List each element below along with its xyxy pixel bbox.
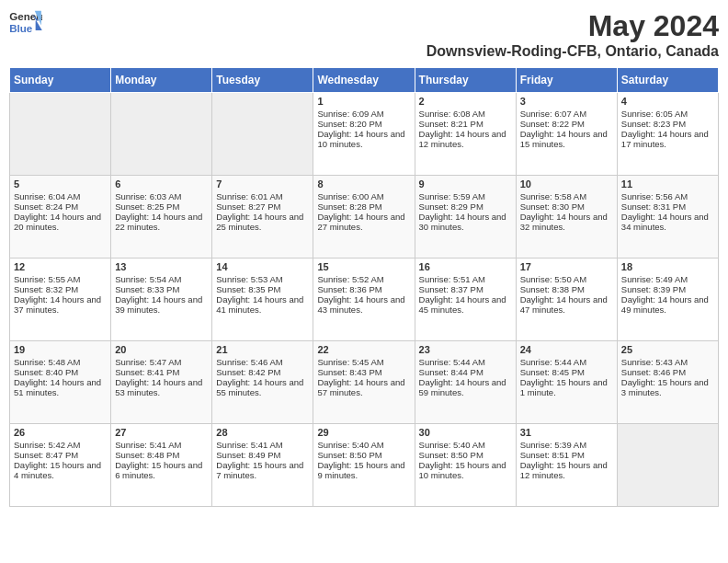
calendar-cell: 15Sunrise: 5:52 AMSunset: 8:36 PMDayligh… <box>313 259 415 341</box>
calendar-cell: 18Sunrise: 5:49 AMSunset: 8:39 PMDayligh… <box>617 259 718 341</box>
sunset-text: Sunset: 8:22 PM <box>520 119 585 129</box>
header-sunday: Sunday <box>10 68 111 93</box>
sunrise-text: Sunrise: 5:43 AM <box>621 357 688 367</box>
week-row-2: 5Sunrise: 6:04 AMSunset: 8:24 PMDaylight… <box>10 176 719 259</box>
day-number: 25 <box>621 344 714 355</box>
sunrise-text: Sunrise: 5:53 AM <box>216 274 282 284</box>
calendar-cell: 31Sunrise: 5:39 AMSunset: 8:51 PMDayligh… <box>516 424 617 507</box>
sunrise-text: Sunrise: 5:50 AM <box>520 274 586 284</box>
daylight-text: Daylight: 14 hours and 49 minutes. <box>621 294 709 315</box>
sunset-text: Sunset: 8:39 PM <box>621 284 686 294</box>
calendar-cell: 5Sunrise: 6:04 AMSunset: 8:24 PMDaylight… <box>10 176 111 259</box>
sunset-text: Sunset: 8:40 PM <box>14 367 78 377</box>
daylight-text: Daylight: 14 hours and 57 minutes. <box>317 377 404 397</box>
daylight-text: Daylight: 14 hours and 47 minutes. <box>520 294 608 315</box>
day-number: 2 <box>419 96 512 107</box>
daylight-text: Daylight: 14 hours and 34 minutes. <box>621 212 709 232</box>
day-number: 6 <box>115 178 208 190</box>
sunset-text: Sunset: 8:50 PM <box>419 450 483 460</box>
sunrise-text: Sunrise: 5:45 AM <box>317 357 383 367</box>
day-number: 20 <box>115 344 208 355</box>
sunset-text: Sunset: 8:23 PM <box>621 119 686 129</box>
sunset-text: Sunset: 8:51 PM <box>520 450 585 460</box>
calendar-cell: 20Sunrise: 5:47 AMSunset: 8:41 PMDayligh… <box>111 341 212 424</box>
day-number: 8 <box>317 178 410 190</box>
day-number: 5 <box>14 178 107 190</box>
day-number: 3 <box>520 96 613 107</box>
sunrise-text: Sunrise: 6:04 AM <box>14 191 80 201</box>
calendar-cell: 19Sunrise: 5:48 AMSunset: 8:40 PMDayligh… <box>10 341 111 424</box>
calendar-cell: 10Sunrise: 5:58 AMSunset: 8:30 PMDayligh… <box>516 176 617 259</box>
calendar-cell: 7Sunrise: 6:01 AMSunset: 8:27 PMDaylight… <box>212 176 313 259</box>
sunrise-text: Sunrise: 5:56 AM <box>621 191 688 201</box>
calendar-cell: 26Sunrise: 5:42 AMSunset: 8:47 PMDayligh… <box>10 424 111 507</box>
day-number: 24 <box>520 344 613 355</box>
calendar-cell <box>617 424 718 507</box>
calendar-cell: 30Sunrise: 5:40 AMSunset: 8:50 PMDayligh… <box>415 424 516 507</box>
sunrise-text: Sunrise: 6:00 AM <box>317 191 383 201</box>
sunrise-text: Sunrise: 5:55 AM <box>14 274 80 284</box>
calendar-cell <box>10 93 111 176</box>
page-header: General Blue May 2024 Downsview-Roding-C… <box>9 9 719 60</box>
calendar-cell: 9Sunrise: 5:59 AMSunset: 8:29 PMDaylight… <box>415 176 516 259</box>
calendar-cell: 14Sunrise: 5:53 AMSunset: 8:35 PMDayligh… <box>212 259 313 341</box>
sunset-text: Sunset: 8:43 PM <box>317 367 381 377</box>
day-number: 23 <box>419 344 512 355</box>
sunrise-text: Sunrise: 5:58 AM <box>520 191 586 201</box>
daylight-text: Daylight: 15 hours and 12 minutes. <box>520 460 608 480</box>
day-number: 1 <box>317 96 410 107</box>
sunset-text: Sunset: 8:27 PM <box>216 201 280 212</box>
sunset-text: Sunset: 8:20 PM <box>317 119 381 129</box>
header-monday: Monday <box>111 68 212 93</box>
sunset-text: Sunset: 8:47 PM <box>14 450 78 460</box>
day-number: 4 <box>621 96 714 107</box>
sunset-text: Sunset: 8:38 PM <box>520 284 585 294</box>
sunrise-text: Sunrise: 5:44 AM <box>520 357 586 367</box>
sunrise-text: Sunrise: 5:41 AM <box>115 440 181 450</box>
sunrise-text: Sunrise: 5:48 AM <box>14 357 80 367</box>
sunset-text: Sunset: 8:36 PM <box>317 284 381 294</box>
daylight-text: Daylight: 14 hours and 43 minutes. <box>317 294 404 315</box>
daylight-text: Daylight: 15 hours and 10 minutes. <box>419 460 506 480</box>
day-number: 10 <box>520 178 613 190</box>
calendar-cell: 6Sunrise: 6:03 AMSunset: 8:25 PMDaylight… <box>111 176 212 259</box>
header-wednesday: Wednesday <box>313 68 415 93</box>
sunset-text: Sunset: 8:29 PM <box>419 201 483 212</box>
calendar-cell: 28Sunrise: 5:41 AMSunset: 8:49 PMDayligh… <box>212 424 313 507</box>
daylight-text: Daylight: 14 hours and 55 minutes. <box>216 377 303 397</box>
daylight-text: Daylight: 15 hours and 1 minute. <box>520 377 608 397</box>
sunset-text: Sunset: 8:37 PM <box>419 284 483 294</box>
sunrise-text: Sunrise: 6:09 AM <box>317 109 383 119</box>
sunrise-text: Sunrise: 6:07 AM <box>520 109 586 119</box>
sunrise-text: Sunrise: 6:08 AM <box>419 109 485 119</box>
daylight-text: Daylight: 15 hours and 4 minutes. <box>14 460 101 480</box>
daylight-text: Daylight: 14 hours and 22 minutes. <box>115 212 202 232</box>
logo-icon: General Blue <box>9 9 42 39</box>
daylight-text: Daylight: 14 hours and 39 minutes. <box>115 294 202 315</box>
sunset-text: Sunset: 8:46 PM <box>621 367 686 377</box>
calendar-cell: 2Sunrise: 6:08 AMSunset: 8:21 PMDaylight… <box>415 93 516 176</box>
daylight-text: Daylight: 14 hours and 30 minutes. <box>419 212 506 232</box>
sunset-text: Sunset: 8:50 PM <box>317 450 381 460</box>
week-row-5: 26Sunrise: 5:42 AMSunset: 8:47 PMDayligh… <box>10 424 719 507</box>
calendar-cell: 22Sunrise: 5:45 AMSunset: 8:43 PMDayligh… <box>313 341 415 424</box>
day-number: 18 <box>621 261 714 272</box>
calendar-cell: 24Sunrise: 5:44 AMSunset: 8:45 PMDayligh… <box>516 341 617 424</box>
daylight-text: Daylight: 14 hours and 32 minutes. <box>520 212 608 232</box>
calendar-cell: 17Sunrise: 5:50 AMSunset: 8:38 PMDayligh… <box>516 259 617 341</box>
day-number: 17 <box>520 261 613 272</box>
daylight-text: Daylight: 15 hours and 6 minutes. <box>115 460 202 480</box>
calendar-cell: 23Sunrise: 5:44 AMSunset: 8:44 PMDayligh… <box>415 341 516 424</box>
day-number: 27 <box>115 427 208 438</box>
daylight-text: Daylight: 14 hours and 15 minutes. <box>520 129 608 149</box>
sunrise-text: Sunrise: 5:40 AM <box>317 440 383 450</box>
sunrise-text: Sunrise: 6:03 AM <box>115 191 181 201</box>
daylight-text: Daylight: 14 hours and 51 minutes. <box>14 377 101 397</box>
daylight-text: Daylight: 14 hours and 12 minutes. <box>419 129 506 149</box>
header-friday: Friday <box>516 68 617 93</box>
sunrise-text: Sunrise: 5:51 AM <box>419 274 485 284</box>
sunrise-text: Sunrise: 5:46 AM <box>216 357 282 367</box>
sunset-text: Sunset: 8:33 PM <box>115 284 179 294</box>
daylight-text: Daylight: 14 hours and 10 minutes. <box>317 129 404 149</box>
daylight-text: Daylight: 14 hours and 45 minutes. <box>419 294 506 315</box>
